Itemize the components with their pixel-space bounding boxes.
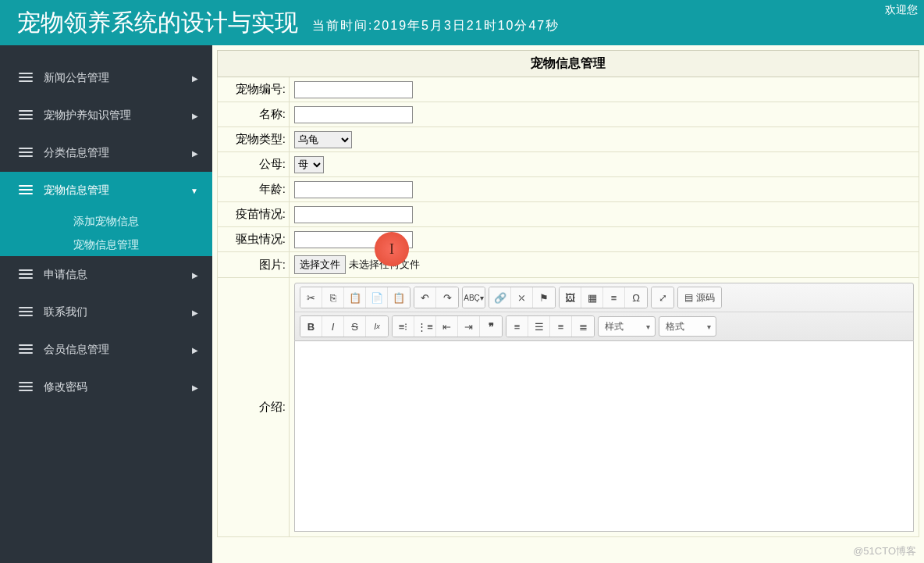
input-vaccine[interactable] bbox=[294, 206, 413, 223]
outdent-icon[interactable]: ⇤ bbox=[436, 316, 458, 337]
subnav-manage-pet[interactable]: 宠物信息管理 bbox=[0, 233, 212, 256]
label-intro: 介绍: bbox=[218, 278, 290, 536]
file-status-text: 未选择任何文件 bbox=[349, 258, 420, 272]
nav-care-knowledge[interactable]: 宠物护养知识管理 ▶ bbox=[0, 97, 212, 134]
style-select[interactable]: 样式 bbox=[598, 316, 656, 337]
nav-contact[interactable]: 联系我们 ▶ bbox=[0, 294, 212, 331]
paste-word-icon[interactable]: 📋 bbox=[388, 287, 410, 308]
special-char-icon[interactable]: Ω bbox=[625, 287, 647, 308]
welcome-text: 欢迎您 bbox=[885, 3, 918, 17]
anchor-icon[interactable]: ⚑ bbox=[533, 287, 555, 308]
nav-password[interactable]: 修改密码 ▶ bbox=[0, 369, 212, 406]
app-header: 宠物领养系统的设计与实现 当前时间:2019年5月3日21时10分47秒 欢迎您 bbox=[0, 0, 924, 45]
sidebar-nav: 新闻公告管理 ▶ 宠物护养知识管理 ▶ 分类信息管理 ▶ 宠物信息管理 ▼ 添加… bbox=[0, 45, 212, 563]
subnav-add-pet[interactable]: 添加宠物信息 bbox=[0, 209, 212, 233]
app-title: 宠物领养系统的设计与实现 bbox=[17, 7, 298, 39]
label-pet-id: 宠物编号: bbox=[218, 77, 290, 102]
editor-toolbar: ✂ ⎘ 📋 📄 📋 ↶ ↷ ABÇ▾ bbox=[294, 283, 914, 341]
hr-icon[interactable]: ≡ bbox=[603, 287, 625, 308]
nav-news[interactable]: 新闻公告管理 ▶ bbox=[0, 59, 212, 97]
current-time: 当前时间:2019年5月3日21时10分47秒 bbox=[312, 18, 560, 34]
chevron-right-icon: ▶ bbox=[192, 346, 198, 355]
link-icon[interactable]: 🔗 bbox=[489, 287, 511, 308]
table-icon[interactable]: ▦ bbox=[581, 287, 603, 308]
format-select[interactable]: 格式 bbox=[659, 316, 716, 337]
bullet-list-icon[interactable]: ⋮≡ bbox=[414, 316, 436, 337]
align-left-icon[interactable]: ≡ bbox=[506, 316, 528, 337]
chevron-right-icon: ▶ bbox=[192, 74, 198, 83]
label-age: 年龄: bbox=[218, 177, 290, 201]
stack-icon bbox=[19, 73, 33, 84]
nav-application[interactable]: 申请信息 ▶ bbox=[0, 256, 212, 294]
stack-icon bbox=[19, 110, 33, 122]
source-button[interactable]: ▤ 源码 bbox=[678, 287, 721, 308]
stack-icon bbox=[19, 382, 33, 394]
stack-icon bbox=[19, 148, 33, 159]
stack-icon bbox=[19, 185, 33, 197]
label-gender: 公母: bbox=[218, 152, 290, 176]
numbered-list-icon[interactable]: ≡⁝ bbox=[393, 316, 414, 337]
undo-icon[interactable]: ↶ bbox=[414, 287, 436, 308]
align-justify-icon[interactable]: ≣ bbox=[572, 316, 594, 337]
remove-format-icon[interactable]: Ix bbox=[366, 316, 388, 337]
input-age[interactable] bbox=[294, 181, 413, 198]
label-name: 名称: bbox=[218, 102, 290, 126]
cut-icon[interactable]: ✂ bbox=[300, 287, 322, 308]
nav-pet-info[interactable]: 宠物信息管理 ▼ bbox=[0, 172, 212, 209]
file-choose-button[interactable]: 选择文件 bbox=[294, 255, 346, 274]
chevron-right-icon: ▶ bbox=[192, 308, 198, 317]
label-type: 宠物类型: bbox=[218, 127, 290, 151]
stack-icon bbox=[19, 307, 33, 319]
main-panel: 宠物信息管理 宠物编号: 名称: 宠物类型: 乌龟 公母: 母 年龄: 疫苗情况… bbox=[212, 45, 924, 563]
maximize-icon[interactable]: ⤢ bbox=[652, 287, 673, 308]
unlink-icon[interactable]: ⤫ bbox=[511, 287, 533, 308]
copy-icon[interactable]: ⎘ bbox=[322, 287, 344, 308]
select-gender[interactable]: 母 bbox=[294, 156, 324, 173]
watermark-text: @51CTO博客 bbox=[853, 544, 916, 558]
chevron-right-icon: ▶ bbox=[192, 149, 198, 158]
input-pet-id[interactable] bbox=[294, 81, 413, 98]
nav-category[interactable]: 分类信息管理 ▶ bbox=[0, 134, 212, 172]
align-right-icon[interactable]: ≡ bbox=[550, 316, 572, 337]
label-deworm: 驱虫情况: bbox=[218, 227, 290, 251]
stack-icon bbox=[19, 344, 33, 356]
label-vaccine: 疫苗情况: bbox=[218, 202, 290, 226]
spellcheck-icon[interactable]: ABÇ▾ bbox=[463, 287, 485, 308]
chevron-down-icon: ▼ bbox=[190, 187, 198, 195]
label-image: 图片: bbox=[218, 252, 290, 277]
align-center-icon[interactable]: ☰ bbox=[528, 316, 550, 337]
nav-members[interactable]: 会员信息管理 ▶ bbox=[0, 331, 212, 369]
paste-text-icon[interactable]: 📄 bbox=[366, 287, 388, 308]
bold-icon[interactable]: B bbox=[300, 316, 322, 337]
panel-title: 宠物信息管理 bbox=[217, 50, 919, 77]
paste-icon[interactable]: 📋 bbox=[344, 287, 366, 308]
stack-icon bbox=[19, 269, 33, 281]
redo-icon[interactable]: ↷ bbox=[436, 287, 458, 308]
input-name[interactable] bbox=[294, 106, 413, 123]
image-icon[interactable]: 🖼 bbox=[560, 287, 581, 308]
chevron-right-icon: ▶ bbox=[192, 271, 198, 280]
italic-icon[interactable]: I bbox=[322, 316, 344, 337]
select-pet-type[interactable]: 乌龟 bbox=[294, 131, 352, 148]
editor-content-area[interactable] bbox=[294, 341, 914, 532]
indent-icon[interactable]: ⇥ bbox=[458, 316, 480, 337]
input-deworm[interactable] bbox=[294, 231, 413, 248]
blockquote-icon[interactable]: ❞ bbox=[480, 316, 502, 337]
chevron-right-icon: ▶ bbox=[192, 383, 198, 392]
strike-icon[interactable]: S bbox=[344, 316, 366, 337]
chevron-right-icon: ▶ bbox=[192, 112, 198, 120]
